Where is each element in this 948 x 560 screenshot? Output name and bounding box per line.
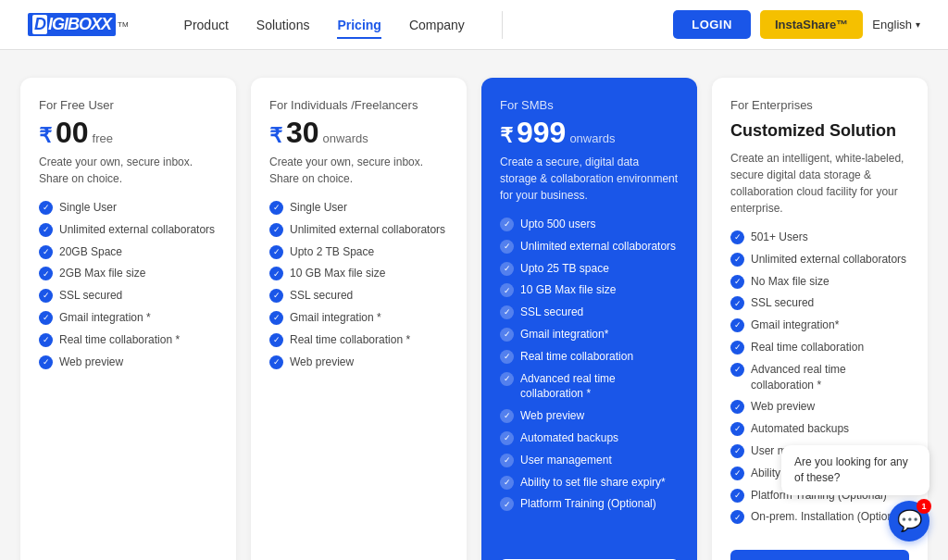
list-item: ✓Real time collaboration *	[269, 332, 448, 348]
feature-text: Platform Training (Optional)	[520, 496, 656, 512]
plan-individual-suffix: onwards	[323, 131, 368, 145]
check-icon: ✓	[730, 467, 744, 480]
check-icon: ✓	[730, 253, 744, 267]
feature-text: Gmail integration*	[751, 317, 839, 333]
instashare-button[interactable]: InstaShare™	[760, 10, 863, 39]
plan-free-suffix: free	[93, 131, 113, 145]
plan-free-price: ₹ 00 free	[39, 118, 218, 148]
chat-bubble: Are you looking for any of these?	[781, 445, 929, 495]
list-item: ✓Real time collaboration *	[39, 332, 218, 348]
feature-text: Web preview	[520, 408, 584, 424]
list-item: ✓No Max file size	[730, 274, 909, 290]
plan-individual-desc: Create your own, secure inbox. Share on …	[269, 154, 448, 187]
nav-item-product[interactable]: Product	[184, 13, 229, 37]
list-item: ✓Web preview	[269, 355, 448, 370]
nav-divider	[502, 11, 503, 39]
feature-text: SSL secured	[751, 295, 814, 311]
feature-text: SSL secured	[290, 288, 353, 304]
list-item: ✓Gmail integration *	[269, 310, 448, 326]
list-item: ✓Gmail integration*	[730, 317, 909, 333]
feature-text: SSL secured	[520, 305, 583, 320]
check-icon: ✓	[730, 422, 744, 436]
plan-enterprise-label: For Enterprises	[730, 98, 909, 112]
plan-free-features: ✓Single User✓Unlimited external collabor…	[39, 200, 218, 544]
feature-text: Automated backups	[751, 421, 849, 437]
feature-text: Single User	[59, 200, 117, 216]
check-icon: ✓	[500, 497, 514, 511]
feature-text: Advanced real time collaboration *	[520, 371, 679, 403]
nav-item-solutions[interactable]: Solutions	[256, 13, 310, 37]
check-icon: ✓	[730, 230, 744, 244]
feature-text: Web preview	[751, 399, 815, 415]
list-item: ✓Web preview	[39, 355, 218, 370]
nav-item-pricing[interactable]: Pricing	[337, 13, 380, 37]
list-item: ✓Real time collaboration	[730, 340, 909, 355]
plan-individual-features: ✓Single User✓Unlimited external collabor…	[269, 200, 448, 544]
check-icon: ✓	[500, 350, 514, 364]
list-item: ✓Advanced real time collaboration *	[500, 371, 679, 403]
check-icon: ✓	[39, 311, 53, 325]
check-icon: ✓	[39, 333, 53, 347]
check-icon: ✓	[500, 218, 514, 231]
list-item: ✓Upto 2 TB Space	[269, 244, 448, 260]
check-icon: ✓	[730, 510, 744, 524]
plan-enterprise-cta: CONTACT PRE-SALES TEAM *Feature coming s…	[730, 550, 909, 560]
list-item: ✓SSL secured	[39, 288, 218, 304]
list-item: ✓Upto 500 users	[500, 217, 679, 232]
list-item: ✓Platform Training (Optional)	[500, 496, 679, 512]
plan-individual-currency: ₹	[269, 124, 282, 148]
chat-widget: Are you looking for any of these? 💬 1	[781, 445, 929, 541]
check-icon: ✓	[269, 289, 283, 303]
list-item: ✓Advanced real time collaboration *	[730, 362, 909, 393]
list-item: ✓SSL secured	[269, 288, 448, 304]
list-item: ✓10 GB Max file size	[500, 282, 679, 298]
list-item: ✓2GB Max file size	[39, 266, 218, 281]
login-button[interactable]: LOGIN	[673, 10, 751, 39]
main-nav: Product Solutions Pricing Company	[184, 11, 674, 39]
plan-free-amount: 00	[56, 118, 89, 147]
feature-text: Unlimited external collaborators	[59, 222, 215, 238]
feature-text: Upto 500 users	[520, 217, 595, 232]
plan-smb-label: For SMBs	[500, 98, 679, 112]
check-icon: ✓	[500, 240, 514, 254]
plan-free: For Free User ₹ 00 free Create your own,…	[20, 78, 236, 560]
feature-text: User management	[520, 453, 612, 468]
feature-text: Web preview	[59, 355, 123, 370]
check-icon: ✓	[730, 341, 744, 355]
check-icon: ✓	[500, 476, 514, 490]
feature-text: 20GB Space	[59, 244, 122, 260]
plan-free-label: For Free User	[39, 98, 218, 112]
check-icon: ✓	[500, 328, 514, 342]
list-item: ✓20GB Space	[39, 244, 218, 260]
check-icon: ✓	[500, 454, 514, 467]
plan-smb-currency: ₹	[500, 124, 513, 148]
language-selector[interactable]: English ▾	[872, 18, 920, 31]
list-item: ✓Gmail integration *	[39, 310, 218, 326]
plan-individual: For Individuals /Freelancers ₹ 30 onward…	[251, 78, 467, 560]
feature-text: SSL secured	[59, 288, 122, 304]
check-icon: ✓	[269, 267, 283, 280]
plan-smb-amount: 999	[517, 118, 566, 147]
feature-text: Upto 2 TB Space	[290, 244, 374, 260]
check-icon: ✓	[730, 400, 744, 414]
check-icon: ✓	[500, 305, 514, 319]
check-icon: ✓	[269, 311, 283, 325]
logo-tm: TM	[118, 20, 129, 29]
check-icon: ✓	[500, 372, 514, 386]
feature-text: Automated backups	[520, 430, 618, 446]
enterprise-title: Customized Solution	[730, 121, 909, 141]
list-item: ✓Web preview	[730, 399, 909, 415]
check-icon: ✓	[500, 409, 514, 423]
language-label: English	[872, 18, 912, 31]
plan-smb: For SMBs ₹ 999 onwards Create a secure, …	[481, 78, 697, 560]
nav-item-company[interactable]: Company	[409, 13, 465, 37]
feature-text: Ability to set file share expiry*	[520, 475, 666, 491]
feature-text: Gmail integration *	[290, 310, 381, 326]
logo[interactable]: DIGIBOXX TM	[28, 13, 129, 36]
check-icon: ✓	[39, 267, 53, 280]
list-item: ✓Single User	[269, 200, 448, 216]
chat-button[interactable]: 💬 1	[889, 501, 929, 541]
feature-text: Real time collaboration	[751, 340, 864, 355]
plan-individual-price: ₹ 30 onwards	[269, 118, 448, 148]
enterprise-cta-button[interactable]: CONTACT PRE-SALES TEAM	[730, 550, 909, 560]
